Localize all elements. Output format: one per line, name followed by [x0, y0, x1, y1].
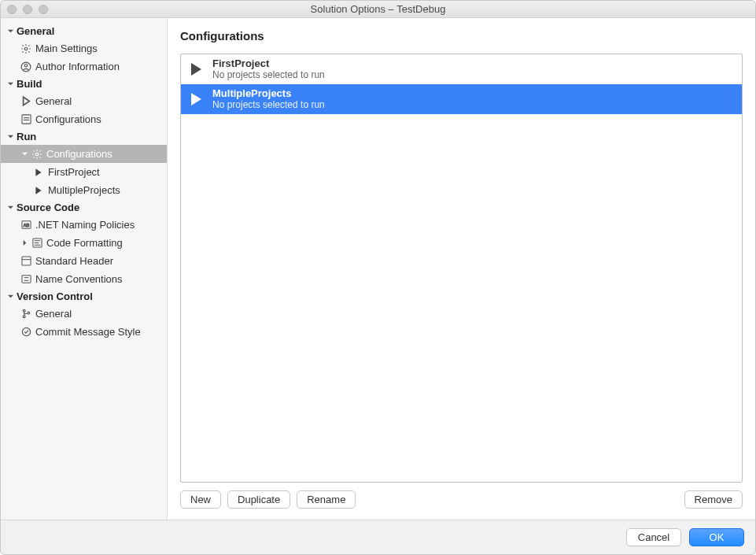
window: Solution Options – TestDebug General Mai…: [0, 0, 756, 555]
sidebar-item-label: Author Information: [35, 60, 120, 73]
svg-rect-3: [21, 115, 30, 124]
sidebar-section-version-control[interactable]: Version Control: [1, 288, 167, 305]
config-row-multiple-projects[interactable]: MultipleProjects No projects selected to…: [181, 84, 742, 114]
svg-point-6: [35, 153, 39, 156]
check-circle-icon: [20, 326, 32, 339]
zoom-window-button[interactable]: [39, 5, 48, 14]
svg-rect-15: [21, 276, 30, 283]
sidebar-item-label: FirstProject: [48, 165, 100, 179]
ok-button[interactable]: OK: [689, 528, 744, 546]
sidebar-section-build[interactable]: Build: [1, 76, 167, 92]
svg-point-19: [23, 316, 25, 318]
config-text: MultipleProjects No projects selected to…: [212, 87, 325, 111]
remove-button[interactable]: Remove: [684, 490, 743, 509]
svg-text:AB: AB: [23, 223, 29, 228]
close-window-button[interactable]: [7, 5, 17, 14]
traffic-lights: [7, 5, 48, 14]
sidebar-item-label: .NET Naming Policies: [35, 218, 135, 231]
svg-point-20: [27, 312, 29, 314]
sidebar-item-build-configurations[interactable]: Configurations: [1, 110, 167, 128]
config-text: FirstProject No projects selected to run: [212, 57, 325, 81]
new-button[interactable]: New: [180, 490, 221, 509]
body: General Main Settings Author Information: [1, 18, 755, 520]
config-subtitle: No projects selected to run: [212, 99, 325, 111]
sidebar-item-label: General: [35, 307, 72, 320]
titlebar: Solution Options – TestDebug: [1, 1, 755, 18]
sidebar-section-general[interactable]: General: [1, 23, 167, 39]
sidebar-item-first-project[interactable]: FirstProject: [1, 163, 167, 181]
config-row-first-project[interactable]: FirstProject No projects selected to run: [181, 54, 742, 84]
play-icon: [187, 91, 205, 108]
rename-button[interactable]: Rename: [297, 490, 356, 509]
sidebar: General Main Settings Author Information: [1, 18, 168, 520]
chevron-down-icon: [20, 150, 29, 159]
person-icon: [20, 61, 32, 73]
sidebar-section-label: Run: [17, 131, 36, 142]
sidebar-item-author-information[interactable]: Author Information: [1, 57, 167, 76]
main-pane: Configurations FirstProject No projects …: [168, 18, 755, 520]
chevron-down-icon: [6, 132, 15, 142]
sidebar-item-code-formatting[interactable]: Code Formatting: [1, 234, 167, 252]
sidebar-item-label: General: [35, 94, 72, 108]
gear-icon: [31, 148, 43, 161]
format-icon: [31, 237, 43, 250]
chevron-down-icon: [6, 292, 15, 302]
configurations-list[interactable]: FirstProject No projects selected to run…: [180, 54, 743, 483]
sidebar-section-label: Build: [17, 78, 42, 90]
svg-point-18: [23, 309, 25, 312]
cancel-button[interactable]: Cancel: [626, 528, 681, 546]
sidebar-item-label: Configurations: [35, 113, 101, 126]
branch-icon: [20, 308, 32, 320]
svg-point-0: [24, 47, 28, 50]
sidebar-item-build-general[interactable]: General: [1, 92, 167, 110]
chevron-right-icon: [20, 239, 29, 248]
sidebar-item-multiple-projects[interactable]: MultipleProjects: [1, 181, 167, 199]
sidebar-item-label: Commit Message Style: [35, 325, 141, 339]
svg-rect-13: [21, 257, 30, 265]
sidebar-item-run-configurations[interactable]: Configurations: [1, 145, 167, 163]
gear-icon: [20, 43, 32, 55]
sidebar-item-label: Name Conventions: [35, 272, 123, 286]
sidebar-item-main-settings[interactable]: Main Settings: [1, 39, 167, 57]
footer: Cancel OK: [1, 520, 755, 554]
svg-point-21: [22, 327, 30, 335]
window-title: Solution Options – TestDebug: [1, 3, 755, 15]
config-name: MultipleProjects: [212, 87, 325, 99]
sidebar-item-label: Configurations: [46, 147, 112, 161]
sidebar-section-source-code[interactable]: Source Code: [1, 199, 167, 216]
sidebar-section-label: General: [17, 25, 54, 37]
sidebar-section-label: Source Code: [17, 202, 79, 213]
play-outline-icon: [20, 95, 32, 108]
play-icon: [32, 184, 45, 197]
page-title: Configurations: [180, 29, 743, 43]
sidebar-item-label: MultipleProjects: [48, 183, 120, 197]
sidebar-section-run[interactable]: Run: [1, 128, 167, 145]
sidebar-item-label: Standard Header: [35, 254, 113, 268]
duplicate-button[interactable]: Duplicate: [227, 490, 290, 509]
play-icon: [187, 61, 205, 78]
conventions-icon: [20, 273, 32, 286]
play-icon: [32, 166, 45, 179]
sidebar-item-vc-general[interactable]: General: [1, 305, 167, 323]
list-buttons: New Duplicate Rename Remove: [180, 490, 743, 509]
policy-icon: AB: [20, 219, 32, 231]
sidebar-item-standard-header[interactable]: Standard Header: [1, 252, 167, 270]
svg-point-2: [24, 64, 28, 67]
chevron-down-icon: [6, 203, 15, 213]
header-icon: [20, 255, 32, 268]
sidebar-item-name-conventions[interactable]: Name Conventions: [1, 270, 167, 288]
config-name: FirstProject: [212, 57, 325, 69]
minimize-window-button[interactable]: [23, 5, 32, 14]
chevron-down-icon: [6, 27, 15, 36]
config-subtitle: No projects selected to run: [212, 69, 325, 81]
sidebar-item-commit-style[interactable]: Commit Message Style: [1, 323, 167, 341]
list-icon: [20, 113, 32, 126]
sidebar-item-label: Main Settings: [35, 42, 98, 55]
chevron-down-icon: [6, 80, 15, 89]
sidebar-item-net-naming[interactable]: AB .NET Naming Policies: [1, 216, 167, 234]
sidebar-item-label: Code Formatting: [46, 236, 123, 250]
sidebar-section-label: Version Control: [17, 290, 93, 302]
